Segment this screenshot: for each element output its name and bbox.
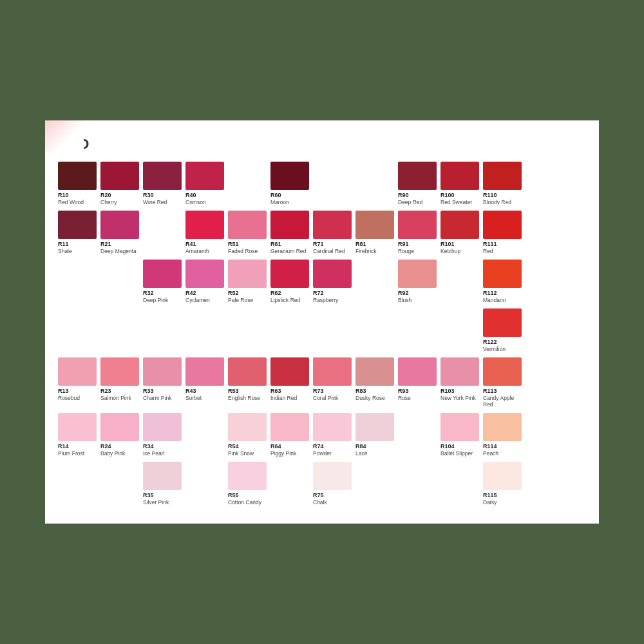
swatch-R34 — [143, 413, 182, 441]
color-code-R83: R83 — [355, 388, 366, 395]
swatch-R75 — [313, 462, 352, 490]
spacer — [355, 162, 394, 190]
color-name-R20: Cherry — [100, 199, 117, 205]
swatch-R91 — [398, 211, 437, 239]
color-code-R72: R72 — [313, 290, 324, 297]
spacer — [398, 462, 437, 490]
color-name-R122: Vermilion — [483, 346, 506, 352]
swatch-R64 — [270, 413, 309, 441]
color-code-R64: R64 — [270, 443, 281, 450]
color-code-R91: R91 — [398, 241, 409, 248]
color-name-R33: Charm Pink — [143, 395, 171, 401]
swatch-R111 — [483, 211, 522, 239]
spacer — [440, 260, 479, 288]
color-item-R81: R81Firebrick — [355, 211, 394, 254]
color-item-R32: R32Deep Pink — [143, 260, 182, 303]
spacer — [313, 162, 352, 190]
color-name-R75: Chalk — [313, 499, 327, 506]
color-item-R71: R71Cardinal Red — [313, 211, 352, 254]
section-title: RED — [58, 136, 586, 153]
color-code-R81: R81 — [355, 241, 366, 248]
swatch-R54 — [228, 413, 267, 441]
swatch-R40 — [185, 162, 224, 190]
swatch-R60 — [270, 162, 309, 190]
color-item-R84: R84Lace — [355, 413, 394, 457]
color-row-5: R14Plum FrostR24Baby PinkR34Ice PearlR54… — [58, 413, 586, 457]
color-name-R103: New York Pink — [440, 395, 476, 401]
color-item-R41: R41Amaranth — [185, 211, 224, 254]
swatch-R53 — [228, 357, 267, 386]
spacer — [398, 308, 437, 337]
color-name-R41: Amaranth — [185, 248, 209, 254]
empty-cell-6-0 — [58, 462, 97, 490]
color-item-R83: R83Dusky Rose — [355, 357, 394, 401]
swatch-R20 — [100, 162, 139, 190]
swatch-R41 — [185, 211, 224, 239]
spacer — [355, 260, 394, 288]
empty-cell-0-4 — [228, 162, 267, 190]
color-item-R73: R73Coral Pink — [313, 357, 352, 401]
swatch-R115 — [483, 462, 522, 490]
empty-cell-5-3 — [185, 413, 224, 441]
color-code-R30: R30 — [143, 192, 154, 199]
color-item-R113: R113Candy Apple Red — [483, 357, 523, 408]
empty-cell-2-0 — [58, 260, 97, 288]
color-code-R32: R32 — [143, 290, 154, 297]
color-item-R11: R11Shale — [58, 211, 97, 254]
color-code-R21: R21 — [100, 241, 111, 248]
color-item-R64: R64Piggy Pink — [270, 413, 309, 457]
empty-cell-6-3 — [185, 462, 224, 490]
color-name-R52: Pale Rose — [228, 297, 253, 303]
color-code-R14: R14 — [58, 443, 69, 450]
color-name-R62: Lipstick Red — [270, 297, 300, 303]
swatch-R92 — [398, 260, 437, 288]
color-name-R32: Deep Pink — [143, 297, 168, 303]
color-name-R114: Peach — [483, 450, 498, 457]
empty-cell-3-0 — [58, 308, 97, 337]
color-row-4: R13RosebudR23Salmon PinkR33Charm PinkR43… — [58, 357, 586, 408]
swatch-R83 — [355, 357, 394, 386]
color-item-R93: R93Rose — [398, 357, 437, 401]
empty-cell-3-2 — [143, 308, 182, 337]
empty-cell-0-7 — [355, 162, 394, 190]
empty-cell-6-8 — [398, 462, 437, 490]
color-item-R34: R34Ice Pearl — [143, 413, 182, 457]
color-item-R114: R114Peach — [483, 413, 522, 457]
swatch-R30 — [143, 162, 182, 190]
color-code-R110: R110 — [483, 192, 497, 199]
color-name-R100: Red Sweater — [440, 199, 472, 205]
empty-cell-6-5 — [270, 462, 309, 490]
color-item-R43: R43Sorbet — [185, 357, 224, 401]
empty-cell-3-1 — [100, 308, 139, 337]
color-chart-card: RED R10Red WoodR20CherryR30Wine RedR40Cr… — [45, 120, 599, 524]
swatch-R10 — [58, 162, 97, 190]
color-item-R92: R92Blush — [398, 260, 437, 303]
color-code-R24: R24 — [100, 443, 111, 450]
color-name-R14: Plum Frost — [58, 450, 84, 457]
swatch-R11 — [58, 211, 97, 239]
color-name-R11: Shale — [58, 248, 72, 254]
empty-cell-3-7 — [355, 308, 394, 337]
color-code-R101: R101 — [440, 241, 455, 248]
color-name-R43: Sorbet — [185, 395, 202, 401]
color-item-R23: R23Salmon Pink — [100, 357, 139, 401]
color-item-R51: R51Faded Rose — [228, 211, 267, 254]
color-code-R122: R122 — [483, 339, 497, 346]
color-code-R53: R53 — [228, 388, 239, 395]
swatch-R100 — [440, 162, 479, 190]
color-item-R42: R42Cyclamen — [185, 260, 224, 303]
color-code-R55: R55 — [228, 492, 239, 499]
color-name-R93: Rose — [398, 395, 411, 401]
color-code-R13: R13 — [58, 388, 69, 395]
color-name-R104: Ballet Slipper — [440, 450, 473, 457]
color-name-R54: Pink Snow — [228, 450, 254, 457]
swatch-R51 — [228, 211, 267, 239]
color-row-3: R122Vermilion — [58, 308, 586, 352]
color-code-R75: R75 — [313, 492, 324, 499]
swatch-R62 — [270, 260, 309, 288]
color-name-R53: English Rose — [228, 395, 260, 401]
color-item-R90: R90Deep Red — [398, 162, 437, 205]
color-name-R55: Cotton Candy — [228, 499, 261, 506]
empty-cell-2-7 — [355, 260, 394, 288]
swatch-R93 — [398, 357, 437, 386]
